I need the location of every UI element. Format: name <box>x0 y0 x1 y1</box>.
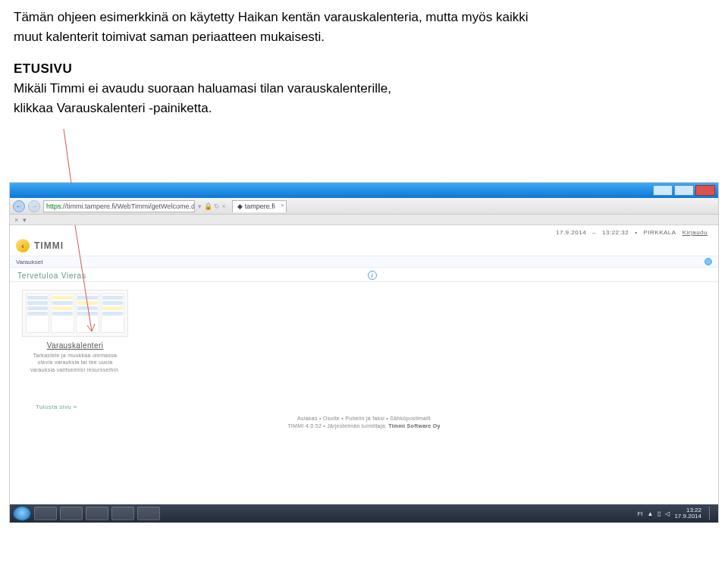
calendar-thumbnail <box>22 290 128 337</box>
section-heading: ETUSIVU <box>14 61 714 77</box>
tab-varaukset[interactable]: Varaukset <box>16 259 42 265</box>
footer-line-1: Asiakas • Osoite • Puhelin ja faksi • Sä… <box>10 415 718 422</box>
show-desktop-button[interactable] <box>709 507 715 520</box>
tray-up-icon[interactable]: ▲ <box>647 510 653 517</box>
brand-text: TIMMI <box>34 240 64 251</box>
tab-favicon: ◆ <box>237 203 243 210</box>
tray-volume-icon[interactable]: ◁ <box>665 510 670 517</box>
status-dot: • <box>635 229 637 236</box>
svg-line-1 <box>64 129 71 184</box>
login-link[interactable]: Kirjaudu <box>682 229 708 236</box>
window-maximize-button[interactable] <box>674 185 694 196</box>
status-sep: – <box>592 229 596 236</box>
welcome-text: Tervetuloa Vieras <box>17 272 86 280</box>
doc-line-1: Tämän ohjeen esimerkkinä on käytetty Hai… <box>14 9 714 26</box>
tab-close-icon[interactable]: × <box>281 202 284 209</box>
browser-back-button[interactable]: ← <box>13 200 25 212</box>
varauskalenteri-card[interactable]: Varauskalenteri Tarkastele ja muokkaa ol… <box>22 290 128 373</box>
subbar-dropdown-icon[interactable]: ▾ <box>23 216 27 224</box>
page-body: 17.9.2014 – 13:22:32 • PIRKKALA Kirjaudu… <box>10 225 718 524</box>
url-scheme: https <box>46 203 61 210</box>
taskbar-item[interactable] <box>34 507 57 520</box>
varauskalenteri-desc: Tarkastele ja muokkaa olemassa olevia va… <box>22 352 128 373</box>
browser-subbar: × ▾ <box>10 215 718 225</box>
window-titlebar <box>10 183 718 198</box>
screenshot-frame: ← → https://timmi.tampere.fi/WebTimmi/ge… <box>9 182 719 523</box>
tab-strip: ◆ tampere.fi × <box>232 200 287 212</box>
module-tabs: Varaukset <box>10 256 718 268</box>
doc-line-4: klikkaa Varauskalenteri -painiketta. <box>14 100 714 117</box>
window-minimize-button[interactable] <box>653 185 673 196</box>
toolbar-separator: ▾ 🔒 ↻ × <box>198 203 226 210</box>
tray-lang[interactable]: FI <box>637 510 642 517</box>
browser-toolbar: ← → https://timmi.tampere.fi/WebTimmi/ge… <box>10 198 718 215</box>
address-bar[interactable]: https://timmi.tampere.fi/WebTimmi/getWel… <box>43 200 195 212</box>
tray-date: 17.9.2014 <box>674 513 701 520</box>
tray-flag-icon[interactable]: ▯ <box>657 510 661 517</box>
url-rest: ://timmi.tampere.fi/WebTimmi/getWelcome.… <box>61 203 195 210</box>
browser-tab[interactable]: ◆ tampere.fi × <box>232 200 287 212</box>
taskbar-item[interactable] <box>111 507 134 520</box>
print-link[interactable]: Tulosta sivu » <box>36 403 718 410</box>
windows-taskbar: FI ▲ ▯ ◁ 13:22 17.9.2014 <box>10 504 718 523</box>
tab-label: tampere.fi <box>245 203 275 210</box>
taskbar-item[interactable] <box>137 507 160 520</box>
taskbar-item[interactable] <box>60 507 83 520</box>
annotation-arrow-top <box>62 129 77 184</box>
status-time: 13:22:32 <box>602 229 629 236</box>
status-place: PIRKKALA <box>644 229 676 236</box>
doc-intro: Tämän ohjeen esimerkkinä on käytetty Hai… <box>0 0 728 117</box>
subbar-close-icon[interactable]: × <box>14 216 18 224</box>
page-footer: Asiakas • Osoite • Puhelin ja faksi • Sä… <box>10 415 718 430</box>
system-tray: FI ▲ ▯ ◁ 13:22 17.9.2014 <box>637 507 715 520</box>
top-status-line: 17.9.2014 – 13:22:32 • PIRKKALA Kirjaudu <box>10 225 718 237</box>
browser-forward-button[interactable]: → <box>28 200 40 212</box>
taskbar-item[interactable] <box>86 507 108 520</box>
window-close-button[interactable] <box>695 185 715 196</box>
varauskalenteri-title[interactable]: Varauskalenteri <box>22 341 128 350</box>
footer-vendor: Timmi Software Oy <box>388 423 440 429</box>
doc-line-2: muut kalenterit toimivat saman periaatte… <box>14 29 714 46</box>
brand-row: ‹ TIMMI <box>10 237 718 256</box>
info-icon[interactable]: i <box>368 271 377 280</box>
status-date: 17.9.2014 <box>556 229 586 236</box>
help-icon[interactable] <box>704 258 712 265</box>
doc-line-3: Mikäli Timmi ei avaudu suoraan haluamasi… <box>14 80 714 97</box>
footer-line-2a: TIMMI 4.0.52 • Järjestelmän toimittaja: <box>287 423 388 429</box>
start-button[interactable] <box>13 506 31 521</box>
welcome-bar: Tervetuloa Vieras i <box>10 268 718 282</box>
brand-back-icon[interactable]: ‹ <box>16 239 30 253</box>
